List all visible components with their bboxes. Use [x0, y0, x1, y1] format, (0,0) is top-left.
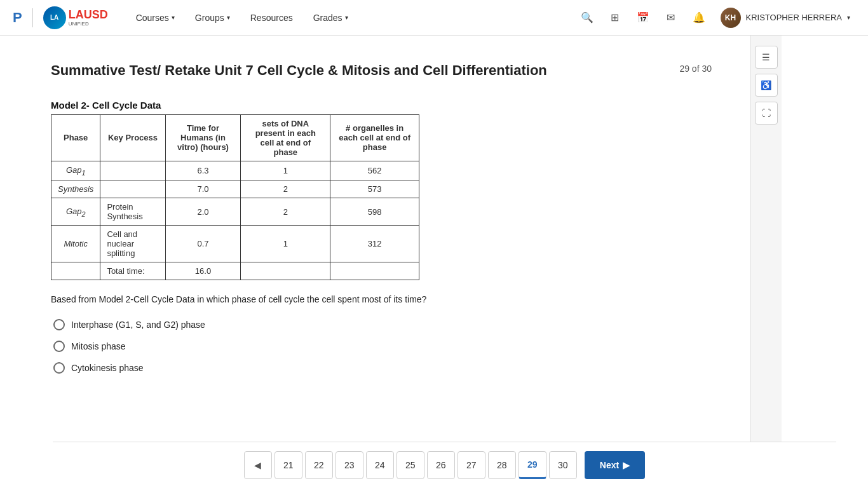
lausd-logo: LA LAUSD UNIFIED: [43, 6, 108, 29]
brand-p-logo: P: [13, 10, 22, 26]
nav-resources[interactable]: Resources: [241, 8, 302, 28]
radio-a[interactable]: [53, 319, 65, 330]
cell-time: 2.0: [165, 198, 241, 226]
table-row: Gap1 6.3 1 562: [51, 161, 419, 180]
cell-organelles: 573: [330, 180, 419, 198]
messages-button[interactable]: ✉: [660, 6, 682, 29]
main-wrapper: Summative Test/ Retake Unit 7 Cell Cycle…: [0, 36, 868, 488]
page-28-button[interactable]: 28: [488, 451, 516, 479]
radio-b[interactable]: [53, 341, 65, 352]
nav-grades[interactable]: Grades ▾: [304, 8, 357, 28]
grades-chevron-icon: ▾: [345, 14, 348, 21]
content-area: Summative Test/ Retake Unit 7 Cell Cycle…: [0, 36, 750, 488]
cell-phase: Gap2: [51, 198, 100, 226]
fullscreen-button[interactable]: ⛶: [755, 102, 778, 125]
lausd-text-block: LAUSD UNIFIED: [69, 8, 108, 27]
brand-area: P LA LAUSD UNIFIED: [13, 6, 108, 29]
cell-key-process: [100, 180, 165, 198]
table-row: Gap2 Protein Synthesis 2.0 2 598: [51, 198, 419, 226]
col-phase: Phase: [51, 114, 100, 161]
page-30-button[interactable]: 30: [549, 451, 577, 479]
option-a-label: Interphase (G1, S, and G2) phase: [71, 320, 205, 330]
option-a[interactable]: Interphase (G1, S, and G2) phase: [53, 319, 712, 330]
col-time: Time for Humans (in vitro) (hours): [165, 114, 241, 161]
lausd-label: LAUSD: [69, 8, 108, 21]
avatar: KH: [721, 8, 741, 28]
option-c[interactable]: Cytokinesis phase: [53, 362, 712, 374]
cell-key-process: Cell and nuclear splitting: [100, 226, 165, 262]
pagination-bar: ◀ 21 22 23 24 25 26 27 28 29 30 Next ▶: [53, 442, 836, 488]
cell-dna: [241, 262, 330, 280]
col-organelles: # organelles in each cell at end of phas…: [330, 114, 419, 161]
table-row: Total time: 16.0: [51, 262, 419, 280]
cell-key-process: Protein Synthesis: [100, 198, 165, 226]
right-sidebar: ☰ ♿ ⛶ ‹: [750, 36, 782, 488]
lausd-circle-icon: LA: [43, 6, 66, 29]
cell-key-process: Total time:: [100, 262, 165, 280]
table-row: Mitotic Cell and nuclear splitting 0.7 1…: [51, 226, 419, 262]
brand-divider: [32, 8, 33, 27]
next-button[interactable]: Next ▶: [585, 451, 645, 479]
lausd-sublabel: UNIFIED: [69, 22, 108, 27]
table-row: Synthesis 7.0 2 573: [51, 180, 419, 198]
list-view-button[interactable]: ☰: [755, 46, 778, 69]
cell-dna: 1: [241, 161, 330, 180]
notifications-button[interactable]: 🔔: [688, 6, 710, 29]
courses-chevron-icon: ▾: [172, 14, 175, 21]
option-c-label: Cytokinesis phase: [71, 363, 144, 373]
nav-courses[interactable]: Courses ▾: [127, 8, 184, 28]
apps-button[interactable]: ⊞: [604, 6, 627, 29]
nav-groups[interactable]: Groups ▾: [186, 8, 239, 28]
page-24-button[interactable]: 24: [366, 451, 394, 479]
user-chevron-icon: ▾: [847, 14, 850, 21]
model-section: Model 2- Cell Cycle Data Phase Key Proce…: [51, 100, 712, 281]
page-22-button[interactable]: 22: [305, 451, 333, 479]
question-header: Summative Test/ Retake Unit 7 Cell Cycle…: [51, 61, 712, 81]
groups-chevron-icon: ▾: [227, 14, 230, 21]
cell-organelles: 562: [330, 161, 419, 180]
col-key-process: Key Process: [100, 114, 165, 161]
next-label: Next: [600, 460, 619, 470]
search-button[interactable]: 🔍: [576, 6, 599, 29]
cell-dna: 2: [241, 198, 330, 226]
option-b[interactable]: Mitosis phase: [53, 341, 712, 352]
page-25-button[interactable]: 25: [397, 451, 424, 479]
cell-key-process: [100, 161, 165, 180]
cell-time: 6.3: [165, 161, 241, 180]
cell-time: 7.0: [165, 180, 241, 198]
accessibility-button[interactable]: ♿: [755, 74, 778, 97]
table-header-row: Phase Key Process Time for Humans (in vi…: [51, 114, 419, 161]
page-26-button[interactable]: 26: [427, 451, 455, 479]
answer-options: Interphase (G1, S, and G2) phase Mitosis…: [53, 319, 712, 374]
prev-page-button[interactable]: ◀: [244, 451, 272, 479]
option-b-label: Mitosis phase: [71, 341, 126, 351]
question-counter: 29 of 30: [679, 61, 712, 74]
cell-dna: 1: [241, 226, 330, 262]
question-text: Based from Model 2-Cell Cycle Data in wh…: [51, 293, 712, 306]
cell-time: 16.0: [165, 262, 241, 280]
cell-organelles: 312: [330, 226, 419, 262]
radio-c[interactable]: [53, 362, 65, 374]
page-title: Summative Test/ Retake Unit 7 Cell Cycle…: [51, 61, 547, 81]
cell-phase: [51, 262, 100, 280]
page-21-button[interactable]: 21: [275, 451, 302, 479]
nav-links: Courses ▾ Groups ▾ Resources Grades ▾: [127, 8, 576, 28]
nav-icons: 🔍 ⊞ 📅 ✉ 🔔 KH KRISTOPHER HERRERA ▾: [576, 5, 855, 30]
user-name: KRISTOPHER HERRERA: [746, 13, 842, 22]
navbar: P LA LAUSD UNIFIED Courses ▾ Groups ▾ Re…: [0, 0, 868, 36]
page-27-button[interactable]: 27: [458, 451, 485, 479]
calendar-button[interactable]: 📅: [632, 6, 654, 29]
page-23-button[interactable]: 23: [336, 451, 363, 479]
page-29-button[interactable]: 29: [519, 451, 546, 479]
cell-phase: Synthesis: [51, 180, 100, 198]
cell-time: 0.7: [165, 226, 241, 262]
cell-cycle-table: Phase Key Process Time for Humans (in vi…: [51, 114, 419, 281]
cell-dna: 2: [241, 180, 330, 198]
user-menu[interactable]: KH KRISTOPHER HERRERA ▾: [715, 5, 855, 30]
col-dna-sets: sets of DNA present in each cell at end …: [241, 114, 330, 161]
model-title: Model 2- Cell Cycle Data: [51, 100, 712, 111]
cell-organelles: 598: [330, 198, 419, 226]
cell-phase: Mitotic: [51, 226, 100, 262]
next-arrow-icon: ▶: [623, 460, 630, 470]
cell-organelles: [330, 262, 419, 280]
